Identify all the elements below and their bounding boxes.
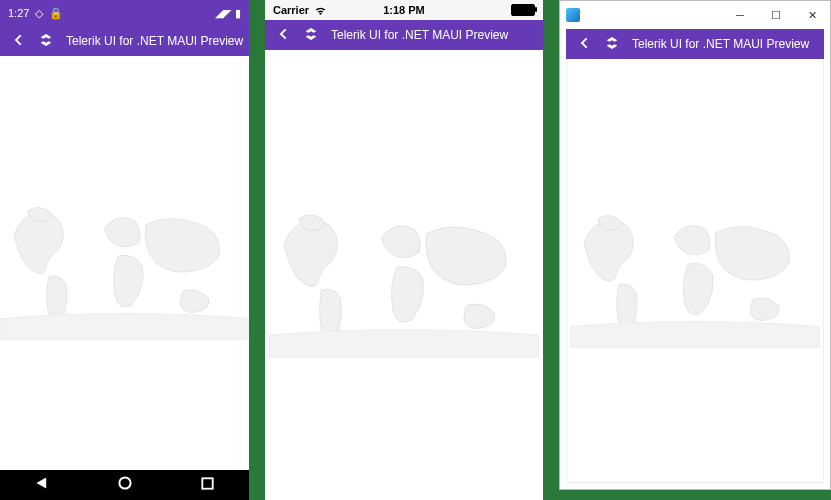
status-clock: 1:27 (8, 7, 29, 19)
back-button[interactable] (576, 35, 592, 54)
status-carrier: Carrier (273, 4, 309, 16)
nav-recents-button[interactable] (201, 476, 214, 494)
lock-icon: 🔒 (49, 7, 63, 20)
maximize-icon: ☐ (771, 9, 781, 22)
telerik-logo-icon (38, 32, 54, 51)
signal-icon: ◢◤ (215, 7, 231, 20)
app-bar: Telerik UI for .NET MAUI Preview (566, 29, 824, 59)
world-map (0, 123, 249, 403)
app-title: Telerik UI for .NET MAUI Preview (632, 37, 814, 51)
back-button[interactable] (10, 32, 26, 51)
map-content[interactable] (566, 59, 824, 483)
windows-device: ─ ☐ ✕ Telerik UI for .NET MAUI Preview (559, 0, 831, 490)
map-content[interactable] (0, 56, 249, 470)
close-icon: ✕ (808, 9, 817, 22)
android-nav-bar (0, 470, 249, 500)
nav-home-button[interactable] (118, 476, 132, 494)
chevron-left-icon (576, 35, 592, 51)
android-device: 1:27 ◇ 🔒 ◢◤ ▮ Telerik UI for .NET MAUI P… (0, 0, 249, 500)
app-bar: Telerik UI for .NET MAUI Preview (0, 26, 249, 56)
maximize-button[interactable]: ☐ (758, 1, 794, 29)
world-map (570, 86, 820, 456)
app-bar: Telerik UI for .NET MAUI Preview (265, 20, 543, 50)
wifi-icon (314, 4, 327, 17)
back-button[interactable] (275, 26, 291, 45)
close-button[interactable]: ✕ (794, 1, 830, 29)
svg-rect-1 (203, 478, 213, 488)
status-clock: 1:18 PM (383, 4, 425, 16)
nav-back-button[interactable] (35, 476, 49, 494)
world-map (269, 120, 539, 430)
map-content[interactable] (265, 50, 543, 500)
ios-status-bar: Carrier 1:18 PM (265, 0, 543, 20)
telerik-logo-icon (604, 35, 620, 54)
app-title: Telerik UI for .NET MAUI Preview (331, 28, 533, 42)
chevron-left-icon (275, 26, 291, 42)
chevron-left-icon (10, 32, 26, 48)
app-icon (566, 8, 580, 22)
windows-title-bar: ─ ☐ ✕ (560, 1, 830, 29)
ios-device: Carrier 1:18 PM Telerik UI for .NET MAUI… (265, 0, 543, 500)
minimize-icon: ─ (736, 9, 744, 21)
battery-full-icon (511, 4, 535, 16)
app-title: Telerik UI for .NET MAUI Preview (66, 34, 243, 48)
telerik-logo-icon (303, 26, 319, 45)
triangle-icon (35, 476, 49, 490)
gps-icon: ◇ (35, 7, 43, 20)
battery-icon: ▮ (235, 7, 241, 20)
circle-icon (118, 476, 132, 490)
square-icon (201, 477, 214, 490)
svg-point-0 (119, 477, 130, 488)
minimize-button[interactable]: ─ (722, 1, 758, 29)
android-status-bar: 1:27 ◇ 🔒 ◢◤ ▮ (0, 0, 249, 26)
